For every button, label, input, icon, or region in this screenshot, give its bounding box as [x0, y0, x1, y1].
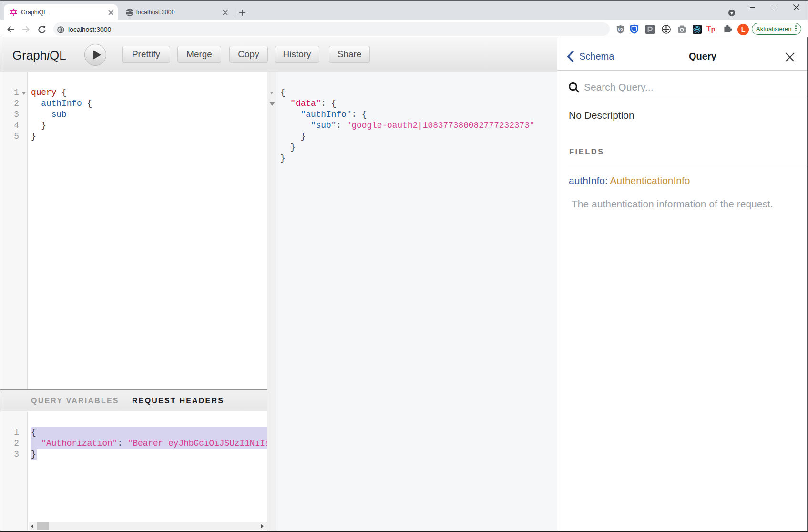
svg-text:UO: UO: [618, 28, 623, 31]
